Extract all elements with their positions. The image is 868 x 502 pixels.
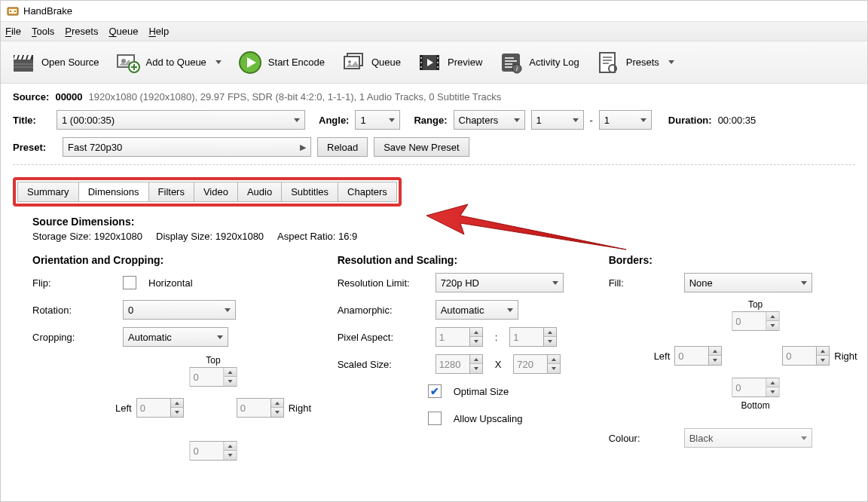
par-x-spinner[interactable]	[436, 327, 483, 347]
fill-value: None	[689, 277, 713, 289]
optimal-size-checkbox[interactable]	[428, 384, 442, 398]
separator	[13, 164, 855, 165]
allow-upscaling-checkbox[interactable]	[428, 412, 442, 425]
colour-select[interactable]: Black	[684, 428, 812, 448]
rotation-value: 0	[128, 305, 133, 316]
scaled-w-spinner[interactable]	[436, 354, 483, 374]
presets-button[interactable]: Presets	[591, 47, 679, 78]
fill-label: Fill:	[609, 277, 677, 289]
rotation-select[interactable]: 0	[123, 300, 236, 320]
svg-point-19	[420, 62, 422, 63]
par-x-input[interactable]	[436, 328, 469, 346]
menu-help[interactable]: Help	[148, 26, 169, 37]
anamorphic-select[interactable]: Automatic	[436, 300, 518, 320]
border-right-spinner[interactable]	[782, 346, 830, 366]
svg-point-22	[437, 62, 439, 63]
menu-file[interactable]: File	[5, 26, 21, 37]
start-encode-label: Start Encode	[268, 57, 325, 68]
presets-icon	[596, 51, 620, 75]
duration-value: 00:00:35	[718, 115, 756, 126]
chevron-down-icon	[215, 60, 222, 64]
fill-select[interactable]: None	[684, 273, 812, 292]
flip-text: Horizontal	[148, 277, 193, 289]
flip-checkbox[interactable]	[123, 276, 136, 289]
rotation-label: Rotation:	[32, 305, 115, 316]
add-to-queue-label: Add to Queue	[146, 57, 206, 68]
reload-button[interactable]: Reload	[317, 137, 368, 157]
range-to-select[interactable]: 1	[599, 110, 652, 130]
range-type-value: Chapters	[459, 115, 499, 126]
chevron-down-icon	[640, 118, 646, 122]
queue-button[interactable]: Queue	[337, 47, 405, 78]
app-window: HandBrake File Tools Presets Queue Help …	[0, 0, 868, 502]
open-source-button[interactable]: Open Source	[7, 47, 104, 78]
par-y-spinner[interactable]	[509, 327, 557, 347]
cropping-label: Cropping:	[32, 332, 115, 343]
scaled-h-spinner[interactable]	[513, 354, 561, 374]
crop-bottom-spinner[interactable]	[190, 441, 237, 461]
source-details: 1920x1080 (1920x1080), 29.97 FPS, SDR (8…	[89, 91, 502, 103]
start-encode-button[interactable]: Start Encode	[234, 47, 329, 78]
par-y-input[interactable]	[510, 328, 543, 346]
crop-bottom-input[interactable]	[191, 442, 224, 460]
title-select[interactable]: 1 (00:00:35)	[57, 110, 305, 130]
title-label: Title:	[13, 115, 50, 126]
add-to-queue-button[interactable]: Add to Queue	[112, 47, 226, 78]
crop-left-label: Left	[115, 403, 132, 414]
preview-button[interactable]: Preview	[413, 47, 487, 78]
preview-label: Preview	[448, 57, 482, 68]
save-new-preset-button[interactable]: Save New Preset	[374, 137, 469, 157]
scaled-x: X	[495, 359, 502, 370]
border-left-input[interactable]	[675, 347, 708, 365]
crop-right-spinner[interactable]	[237, 398, 284, 418]
border-bottom-spinner[interactable]	[732, 378, 779, 397]
preset-value: Fast 720p30	[68, 142, 122, 153]
angle-select[interactable]: 1	[355, 110, 400, 130]
border-right-input[interactable]	[783, 347, 816, 365]
orientation-column: Orientation and Cropping: Flip: Horizont…	[32, 249, 292, 461]
border-bottom-label: Bottom	[732, 400, 779, 411]
crop-top-input[interactable]	[191, 368, 224, 386]
anamorphic-label: Anamorphic:	[338, 305, 428, 316]
cropping-value: Automatic	[128, 332, 172, 343]
titlebar: HandBrake	[1, 1, 867, 22]
range-to-value: 1	[604, 115, 610, 126]
tab-subtitles[interactable]: Subtitles	[281, 182, 338, 202]
tab-filters[interactable]: Filters	[148, 182, 194, 202]
tab-summary[interactable]: Summary	[17, 182, 78, 202]
range-from-value: 1	[536, 115, 542, 126]
range-type-select[interactable]: Chapters	[454, 110, 525, 130]
crop-top-spinner[interactable]	[190, 367, 237, 387]
crop-right-input[interactable]	[237, 399, 270, 417]
crop-left-input[interactable]	[137, 399, 170, 417]
svg-point-21	[437, 57, 439, 59]
scaled-h-input[interactable]	[514, 355, 547, 373]
optimal-size-label: Optimal Size	[454, 386, 509, 397]
tab-chapters[interactable]: Chapters	[338, 182, 397, 202]
activity-log-label: Activity Log	[529, 57, 579, 68]
border-top-spinner[interactable]	[732, 311, 779, 331]
range-from-select[interactable]: 1	[531, 110, 584, 130]
crop-left-spinner[interactable]	[136, 398, 184, 418]
tab-dimensions[interactable]: Dimensions	[78, 182, 148, 202]
border-top-input[interactable]	[732, 312, 766, 330]
res-limit-label: Resolution Limit:	[338, 277, 428, 289]
tabs-highlighted: Summary Dimensions Filters Video Audio S…	[13, 177, 402, 207]
menu-tools[interactable]: Tools	[32, 26, 54, 37]
menu-queue[interactable]: Queue	[108, 26, 138, 37]
preset-select[interactable]: Fast 720p30 ▶	[63, 137, 311, 157]
activity-log-button[interactable]: i Activity Log	[494, 47, 583, 78]
borders-column: Borders: Fill: None Top Left	[609, 249, 840, 461]
tab-audio[interactable]: Audio	[237, 182, 281, 202]
chevron-down-icon	[668, 60, 674, 64]
tab-video[interactable]: Video	[194, 182, 237, 202]
border-bottom-input[interactable]	[732, 378, 766, 396]
res-limit-select[interactable]: 720p HD	[436, 273, 564, 292]
menu-presets[interactable]: Presets	[65, 26, 98, 37]
cropping-select[interactable]: Automatic	[123, 327, 228, 347]
res-limit-value: 720p HD	[441, 277, 479, 289]
border-left-label: Left	[654, 350, 671, 362]
border-left-spinner[interactable]	[674, 346, 722, 366]
scaled-w-input[interactable]	[436, 355, 469, 373]
queue-label: Queue	[371, 57, 401, 68]
